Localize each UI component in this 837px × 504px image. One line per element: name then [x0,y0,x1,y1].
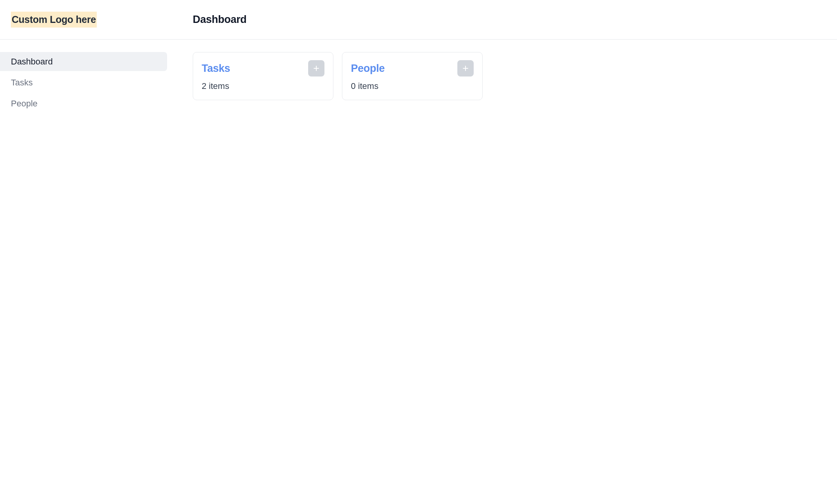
header: Custom Logo here Dashboard [0,0,837,40]
logo-mark: Custom Logo here [11,12,97,28]
card-subtitle: 0 items [351,81,474,91]
plus-icon [462,64,469,72]
page-title: Dashboard [193,14,247,26]
card-header: Tasks [202,60,324,76]
sidebar-item-label: People [11,99,38,109]
card-header: People [351,60,474,76]
card-title-link[interactable]: People [351,63,385,75]
add-person-button[interactable] [457,60,474,76]
card-tasks: Tasks 2 items [193,52,333,100]
logo-area: Custom Logo here [0,12,193,28]
main-content: Tasks 2 items People [167,40,837,504]
add-task-button[interactable] [308,60,324,76]
logo-text: Custom Logo here [12,14,96,25]
sidebar: Dashboard Tasks People [0,40,167,504]
card-people: People 0 items [342,52,483,100]
card-title-link[interactable]: Tasks [202,63,230,75]
plus-icon [312,64,320,72]
sidebar-item-label: Dashboard [11,57,53,67]
sidebar-item-tasks[interactable]: Tasks [0,73,167,92]
sidebar-item-label: Tasks [11,78,33,88]
body: Dashboard Tasks People Tasks [0,40,837,504]
sidebar-item-people[interactable]: People [0,94,167,113]
cards-row: Tasks 2 items People [193,52,811,100]
app-root: Custom Logo here Dashboard Dashboard Tas… [0,0,837,504]
card-subtitle: 2 items [202,81,324,91]
sidebar-item-dashboard[interactable]: Dashboard [0,52,167,71]
